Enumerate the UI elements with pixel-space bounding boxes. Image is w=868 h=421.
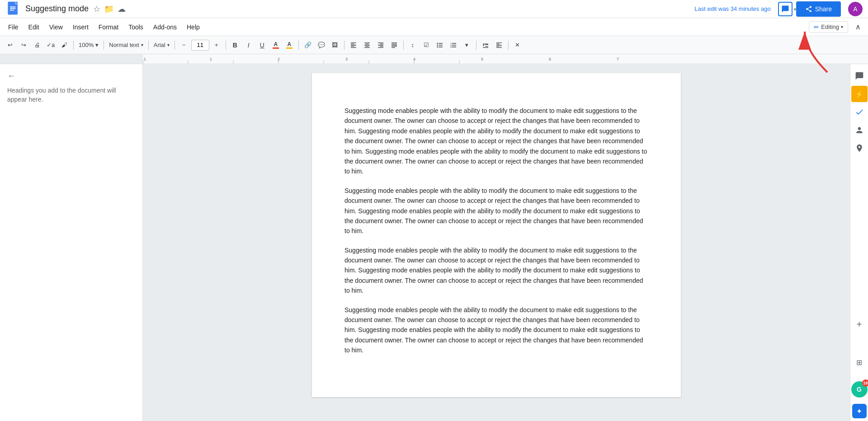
zoom-select[interactable]: 100% ▾: [76, 39, 101, 51]
indent-more-button[interactable]: [493, 39, 505, 51]
sep3: [148, 41, 149, 50]
menubar: File Edit View Insert Format Tools Add-o…: [0, 18, 868, 36]
document-page[interactable]: Suggesting mode enables people with the …: [312, 73, 681, 397]
numbered-list-button[interactable]: [447, 39, 460, 51]
right-panel-expand-icon[interactable]: ⊞: [851, 354, 868, 370]
right-panel-chat-icon[interactable]: [851, 68, 868, 84]
right-panel-task-icon[interactable]: [851, 104, 868, 120]
pencil-icon: ✏: [814, 23, 819, 31]
image-icon: 🖼: [332, 42, 338, 48]
bold-button[interactable]: B: [229, 39, 241, 51]
grammarly-badge[interactable]: G 18: [851, 381, 868, 398]
line-spacing-button[interactable]: ↕: [406, 39, 419, 51]
svg-point-7: [437, 44, 438, 46]
sidebar-back-button[interactable]: ←: [7, 71, 135, 81]
plus-icon: +: [857, 319, 862, 330]
list-options-button[interactable]: ▾: [461, 39, 473, 51]
sidebar: ← Headings you add to the document will …: [0, 64, 143, 421]
font-chevron: ▾: [167, 42, 170, 47]
image-button[interactable]: 🖼: [329, 39, 341, 51]
menu-edit[interactable]: Edit: [24, 22, 44, 33]
align-left-button[interactable]: [347, 39, 360, 51]
paragraph-4: Suggesting mode enables people with the …: [344, 305, 648, 356]
yellow-bolt-icon: ⚡: [855, 90, 864, 98]
star-icon[interactable]: ☆: [93, 4, 100, 14]
print-button[interactable]: 🖨: [31, 39, 43, 51]
sidebar-hint-text: Headings you add to the document will ap…: [7, 86, 135, 104]
italic-icon: I: [248, 42, 250, 49]
svg-text:1: 1: [210, 57, 212, 61]
textcolor-button[interactable]: A: [269, 39, 282, 51]
right-panel-yellow-icon[interactable]: ⚡: [851, 86, 868, 102]
undo-button[interactable]: ↩: [4, 39, 16, 51]
sep2: [104, 41, 104, 50]
line-spacing-icon: ↕: [411, 42, 414, 48]
font-select[interactable]: Arial ▾: [151, 39, 172, 51]
right-panel-plus-icon[interactable]: +: [851, 316, 868, 332]
cloud-icon[interactable]: ☁: [118, 4, 126, 14]
link-icon: 🔗: [304, 42, 311, 48]
paintformat-button[interactable]: 🖌: [58, 39, 71, 51]
checklist-button[interactable]: ☑: [420, 39, 433, 51]
sep6: [298, 41, 299, 50]
spellcheck-button[interactable]: ✓a: [44, 39, 57, 51]
menu-addons[interactable]: Add-ons: [149, 22, 181, 33]
style-select[interactable]: Normal text ▾: [107, 39, 145, 51]
menu-insert[interactable]: Insert: [68, 22, 93, 33]
right-panel: ⚡ + ⊞ G 18: [850, 64, 868, 421]
redo-button[interactable]: ↪: [17, 39, 30, 51]
align-center-button[interactable]: [361, 39, 373, 51]
comment-toolbar-icon: 💬: [318, 42, 325, 48]
svg-point-6: [437, 42, 438, 44]
svg-text:1: 1: [144, 57, 146, 61]
sep1: [73, 41, 74, 50]
link-button[interactable]: 🔗: [302, 39, 314, 51]
svg-point-8: [437, 46, 438, 47]
menu-format[interactable]: Format: [94, 22, 123, 33]
toolbar: ↩ ↪ 🖨 ✓a 🖌 100% ▾ Normal text ▾ Arial ▾ …: [0, 36, 868, 54]
title-action-icons: ☆ 📁 ☁: [93, 4, 126, 14]
svg-text:4: 4: [413, 57, 415, 61]
redo-icon: ↪: [21, 42, 26, 48]
menu-help[interactable]: Help: [182, 22, 204, 33]
document-area[interactable]: Suggesting mode enables people with the …: [143, 64, 850, 421]
editing-mode-button[interactable]: ✏ Editing ▾: [809, 21, 848, 33]
menu-view[interactable]: View: [45, 22, 67, 33]
avatar[interactable]: A: [848, 2, 863, 16]
paragraph-3: Suggesting mode enables people with the …: [344, 245, 648, 296]
comment-button[interactable]: ▾: [778, 2, 793, 16]
bullet-list-button[interactable]: [434, 39, 446, 51]
font-size-input[interactable]: 11: [191, 40, 209, 51]
doc-title: Suggesting mode: [25, 4, 89, 14]
sep8: [403, 41, 404, 50]
comment-dropdown-arrow[interactable]: ▾: [794, 6, 796, 11]
folder-icon[interactable]: 📁: [104, 4, 114, 14]
underline-icon: U: [260, 42, 264, 49]
right-panel-magic-icon[interactable]: ✦: [851, 403, 868, 419]
font-increase-button[interactable]: +: [210, 39, 223, 51]
font-decrease-button[interactable]: −: [178, 39, 190, 51]
svg-rect-3: [10, 6, 16, 7]
ruler: 1 1 2 3 4 5 6 7: [0, 54, 868, 64]
justify-button[interactable]: [388, 39, 401, 51]
align-right-button[interactable]: [374, 39, 387, 51]
plus-icon: +: [215, 42, 218, 48]
checklist-icon: ☑: [424, 42, 429, 48]
comment-toolbar-button[interactable]: 💬: [315, 39, 328, 51]
highlight-button[interactable]: A: [283, 39, 296, 51]
svg-rect-1: [8, 1, 14, 14]
collapse-panel-button[interactable]: ∧: [852, 21, 864, 33]
last-edit-label: Last edit was 34 minutes ago: [694, 5, 770, 12]
paragraph-2: Suggesting mode enables people with the …: [344, 186, 648, 236]
menu-items-group: File Edit View Insert Format Tools Add-o…: [4, 22, 204, 33]
indent-less-button[interactable]: [479, 39, 492, 51]
clear-format-button[interactable]: ✕: [511, 39, 524, 51]
right-panel-map-icon[interactable]: [851, 140, 868, 156]
italic-button[interactable]: I: [242, 39, 255, 51]
menu-file[interactable]: File: [4, 22, 23, 33]
sep7: [344, 41, 344, 50]
share-button[interactable]: Share: [796, 1, 841, 17]
menu-tools[interactable]: Tools: [124, 22, 148, 33]
underline-button[interactable]: U: [256, 39, 269, 51]
right-panel-person-icon[interactable]: [851, 122, 868, 138]
